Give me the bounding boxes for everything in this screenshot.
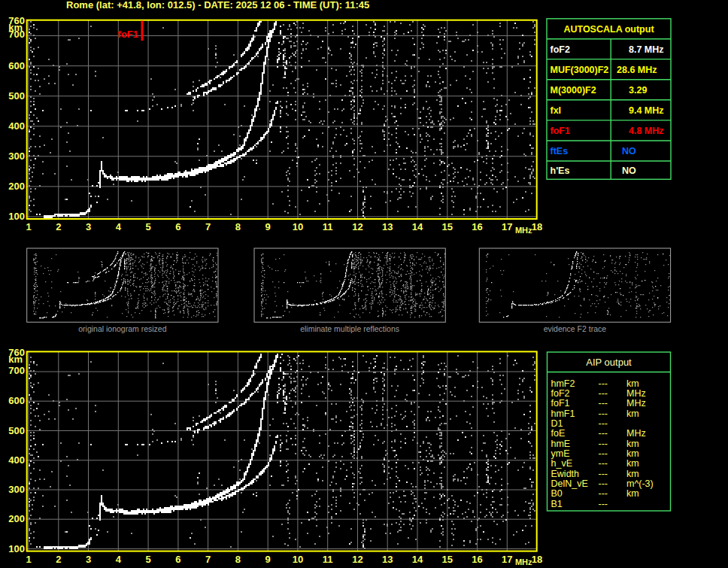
svg-text:km: km (626, 439, 639, 449)
svg-text:12: 12 (352, 221, 362, 232)
svg-text:3: 3 (86, 221, 91, 232)
svg-text:fxI: fxI (551, 105, 562, 116)
svg-text:h_vE: h_vE (551, 458, 573, 469)
svg-text:17: 17 (502, 554, 512, 565)
svg-text:3: 3 (86, 554, 91, 565)
svg-text:D1: D1 (551, 418, 563, 429)
svg-text:km: km (626, 448, 639, 459)
svg-text:---: --- (599, 418, 608, 429)
svg-text:600: 600 (8, 395, 25, 406)
svg-text:13: 13 (382, 221, 393, 232)
svg-text:14: 14 (412, 221, 423, 232)
svg-text:evidence F2 trace: evidence F2 trace (544, 324, 607, 333)
svg-text:9: 9 (265, 221, 271, 232)
svg-text:8: 8 (235, 554, 241, 565)
svg-text:9.4 MHz: 9.4 MHz (629, 105, 664, 116)
svg-text:B0: B0 (551, 488, 563, 499)
svg-text:11: 11 (323, 221, 333, 232)
svg-text:600: 600 (8, 60, 25, 71)
svg-text:---: --- (599, 409, 608, 419)
svg-text:5: 5 (145, 554, 150, 565)
svg-text:7: 7 (205, 554, 211, 565)
svg-text:500: 500 (8, 425, 25, 436)
svg-text:hmF2: hmF2 (551, 378, 575, 389)
svg-text:8: 8 (235, 221, 241, 232)
svg-text:m^(-3): m^(-3) (626, 478, 654, 489)
svg-text:6: 6 (175, 554, 180, 565)
svg-text:MHz: MHz (626, 428, 646, 439)
svg-text:---: --- (599, 439, 608, 449)
svg-text:18: 18 (532, 554, 542, 565)
svg-text:2: 2 (56, 554, 61, 565)
svg-text:8.7 MHz: 8.7 MHz (629, 44, 664, 55)
svg-text:AUTOSCALA output: AUTOSCALA output (563, 24, 654, 35)
svg-text:13: 13 (382, 554, 393, 565)
svg-text:Rome (lat: +41.8, lon: 012.5): Rome (lat: +41.8, lon: 012.5) - DATE: 20… (66, 0, 369, 11)
svg-text:ftEs: ftEs (551, 146, 569, 156)
svg-text:km: km (8, 354, 23, 365)
svg-text:15: 15 (442, 554, 453, 565)
svg-text:---: --- (599, 478, 608, 489)
svg-text:---: --- (599, 458, 608, 469)
svg-text:7: 7 (205, 221, 211, 232)
svg-text:10: 10 (293, 554, 303, 565)
svg-text:2: 2 (56, 221, 61, 232)
svg-text:km: km (626, 469, 639, 479)
svg-text:km: km (626, 458, 639, 469)
svg-text:NO: NO (622, 166, 636, 176)
svg-text:foF2: foF2 (551, 388, 570, 399)
svg-text:16: 16 (472, 221, 482, 232)
svg-text:---: --- (599, 428, 608, 439)
svg-text:4: 4 (116, 221, 122, 232)
svg-text:foF1: foF1 (551, 398, 570, 409)
svg-text:5: 5 (145, 221, 150, 232)
svg-text:h'Es: h'Es (551, 166, 570, 176)
svg-text:MHz: MHz (626, 388, 646, 399)
svg-text:km: km (626, 409, 639, 419)
svg-text:4: 4 (116, 554, 122, 565)
svg-text:foF2: foF2 (551, 44, 570, 55)
svg-text:4.8 MHz: 4.8 MHz (629, 126, 664, 136)
svg-text:10: 10 (293, 221, 303, 232)
svg-text:17: 17 (502, 221, 512, 232)
svg-text:100: 100 (8, 211, 25, 222)
svg-text:9: 9 (265, 554, 271, 565)
svg-text:11: 11 (323, 554, 333, 565)
svg-text:NO: NO (622, 146, 636, 156)
svg-text:M(3000)F2: M(3000)F2 (551, 85, 596, 96)
svg-text:6: 6 (175, 221, 180, 232)
svg-text:DelN_vE: DelN_vE (551, 478, 588, 489)
svg-text:15: 15 (442, 221, 453, 232)
svg-text:---: --- (599, 448, 608, 459)
svg-text:12: 12 (352, 554, 362, 565)
svg-text:---: --- (599, 488, 608, 499)
svg-text:16: 16 (472, 554, 482, 565)
svg-text:700: 700 (8, 365, 25, 376)
svg-text:200: 200 (8, 513, 25, 524)
svg-text:700: 700 (8, 29, 25, 40)
svg-text:eliminate multiple reflections: eliminate multiple reflections (300, 324, 399, 333)
svg-text:ymE: ymE (551, 448, 570, 459)
svg-text:Ewidth: Ewidth (551, 469, 580, 479)
svg-text:14: 14 (412, 554, 423, 565)
svg-text:---: --- (599, 388, 608, 399)
svg-text:---: --- (599, 499, 608, 509)
svg-text:MHz: MHz (515, 226, 532, 235)
svg-text:foF1: foF1 (118, 29, 138, 40)
svg-text:28.6 MHz: 28.6 MHz (617, 65, 657, 75)
svg-text:300: 300 (8, 150, 25, 162)
svg-text:1: 1 (26, 554, 31, 565)
svg-text:MUF(3000)F2: MUF(3000)F2 (551, 65, 609, 75)
svg-text:3.29: 3.29 (629, 85, 647, 96)
svg-text:hmF1: hmF1 (551, 409, 575, 419)
svg-text:MHz: MHz (515, 557, 532, 566)
svg-text:18: 18 (532, 221, 542, 232)
svg-text:100: 100 (8, 543, 25, 554)
svg-text:hmE: hmE (551, 439, 571, 449)
svg-text:foE: foE (551, 428, 566, 439)
svg-text:500: 500 (8, 90, 25, 102)
svg-text:original ionogram resized: original ionogram resized (78, 324, 166, 333)
svg-text:km: km (626, 378, 639, 389)
svg-text:---: --- (599, 469, 608, 479)
svg-text:km: km (626, 488, 639, 499)
